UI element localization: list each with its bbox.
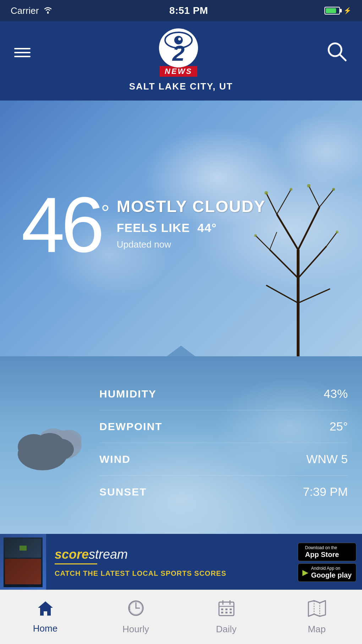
weather-details-panel: HUMIDITY 43% DEWPOINT 25° WIND WNW 5 SUN… [0, 356, 362, 534]
scorestream-logo: score stream [55, 547, 289, 562]
sunset-value: 7:39 PM [303, 485, 348, 499]
location-label: SALT LAKE CITY, UT [129, 81, 233, 92]
home-icon [37, 600, 54, 620]
google-play-badge[interactable]: ▶ Android App on Google play [298, 563, 356, 582]
feels-like-row: FEELS LIKE 44° [117, 221, 266, 235]
home-label: Home [33, 623, 57, 634]
wind-row: WIND WNW 5 [99, 443, 348, 476]
svg-point-18 [47, 439, 74, 460]
nav-item-daily[interactable]: Daily [181, 590, 272, 644]
svg-point-8 [307, 184, 311, 188]
svg-rect-26 [225, 608, 227, 610]
wind-value: WNW 5 [306, 452, 348, 466]
svg-point-9 [332, 188, 335, 191]
svg-point-3 [178, 38, 181, 40]
app-logo: 2 NEWS [159, 28, 198, 77]
wind-label: WIND [99, 453, 131, 465]
svg-rect-25 [221, 608, 223, 610]
svg-rect-29 [225, 612, 227, 613]
daily-label: Daily [216, 624, 237, 635]
ad-tagline: CATCH THE LATEST LOCAL SPORTS SCORES [55, 569, 289, 578]
dewpoint-label: DEWPOINT [99, 421, 163, 433]
battery-indicator [324, 7, 340, 15]
notch-arrow [167, 346, 195, 356]
status-right: ⚡ [324, 7, 351, 15]
humidity-label: HUMIDITY [99, 388, 157, 400]
cloud-icon [14, 417, 85, 473]
map-icon [307, 599, 327, 621]
weather-hero: 46 ° MOSTLY CLOUDY FEELS LIKE 44° Update… [0, 101, 362, 356]
hourly-label: Hourly [122, 624, 149, 635]
degree-symbol: ° [101, 200, 110, 225]
apple-store-badge[interactable]: Download on the App Store [298, 543, 356, 561]
daily-icon [218, 599, 235, 621]
feels-like-label: FEELS LIKE [117, 221, 190, 234]
condition-text: MOSTLY CLOUDY [117, 197, 266, 216]
status-time: 8:51 PM [169, 5, 208, 16]
svg-point-2 [174, 36, 183, 44]
sunset-label: SUNSET [99, 486, 147, 498]
stream-text: stream [89, 547, 128, 562]
app-header: 2 NEWS SALT LAKE CITY, UT [0, 21, 362, 101]
dewpoint-value: 25° [330, 420, 348, 433]
hero-content: 46 ° MOSTLY CLOUDY FEELS LIKE 44° Update… [0, 168, 287, 288]
feels-like-value: 44° [197, 221, 216, 234]
updated-text: Updated now [117, 239, 266, 250]
wifi-icon [43, 5, 53, 16]
svg-point-7 [290, 188, 292, 191]
temperature-value: 46 [21, 190, 101, 260]
svg-rect-28 [221, 612, 223, 613]
score-text: score [55, 547, 89, 562]
status-bar: Carrier 8:51 PM ⚡ [0, 0, 362, 21]
hourly-icon [127, 599, 145, 621]
google-play-icon: ▶ [302, 568, 308, 577]
ad-content: score stream CATCH THE LATEST LOCAL SPOR… [46, 547, 298, 578]
menu-button[interactable] [14, 48, 31, 57]
search-button[interactable] [327, 41, 348, 64]
nav-item-home[interactable]: Home [0, 590, 90, 644]
humidity-row: HUMIDITY 43% [99, 378, 348, 410]
nav-item-map[interactable]: Map [272, 590, 362, 644]
ad-phone-screen [4, 537, 43, 587]
app-store-badges[interactable]: Download on the App Store ▶ Android App … [298, 543, 362, 582]
charging-icon: ⚡ [344, 7, 351, 15]
map-label: Map [308, 624, 326, 635]
svg-point-11 [336, 231, 339, 233]
dewpoint-row: DEWPOINT 25° [99, 410, 348, 443]
logo-underline [55, 563, 97, 564]
ad-phone-image [0, 534, 46, 591]
cbs-eye-svg [164, 31, 193, 49]
carrier-wifi: Carrier [11, 5, 53, 16]
svg-rect-27 [230, 608, 232, 610]
humidity-value: 43% [324, 387, 348, 401]
sunset-row: SUNSET 7:39 PM [99, 476, 348, 508]
svg-line-5 [340, 54, 346, 60]
svg-point-0 [47, 12, 49, 13]
ad-banner[interactable]: score stream CATCH THE LATEST LOCAL SPOR… [0, 534, 362, 591]
carrier-label: Carrier [11, 5, 39, 16]
bottom-nav: Home Hourly [0, 590, 362, 644]
news-label: NEWS [160, 66, 197, 77]
svg-rect-30 [230, 612, 232, 613]
nav-item-hourly[interactable]: Hourly [90, 590, 181, 644]
